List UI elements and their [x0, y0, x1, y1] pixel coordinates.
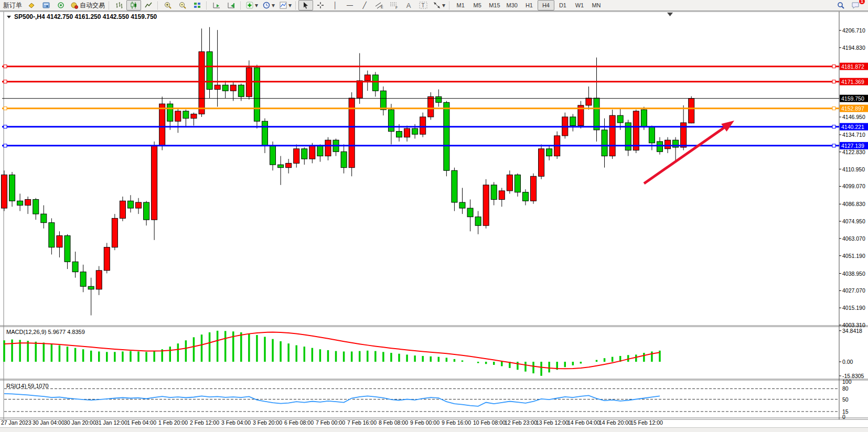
line-anchor-handle[interactable] — [832, 107, 835, 110]
timeframe-m1[interactable]: M1 — [452, 0, 469, 10]
line-anchor-handle[interactable] — [832, 125, 835, 128]
periods-clock-icon — [262, 1, 271, 9]
line-anchor-handle[interactable] — [4, 125, 7, 128]
svg-text:4140.221: 4140.221 — [841, 124, 864, 130]
candlestick — [483, 179, 489, 229]
rsi-axis-label: 100 — [842, 379, 852, 385]
bar-chart-button[interactable] — [112, 0, 126, 10]
price-tick-label: 4051.190 — [842, 253, 865, 259]
candlestick — [428, 92, 434, 120]
line-chart-button[interactable] — [141, 0, 156, 10]
price-tick-label: 4110.950 — [842, 166, 865, 172]
data-window-icon — [42, 1, 50, 9]
price-tick-label: 4122.830 — [842, 149, 865, 155]
time-axis-label: 3 Feb 04:00 — [221, 419, 251, 426]
timeframe-group: M1M5M15M30H1H4D1W1MN — [452, 0, 605, 10]
dropdown-caret-icon: ▾ — [255, 2, 258, 9]
svg-text:4127.139: 4127.139 — [841, 143, 864, 149]
comments-button[interactable]: 1 — [848, 0, 863, 10]
cursor-button[interactable] — [298, 0, 313, 10]
candlestick — [531, 174, 537, 204]
horizontal-line-button[interactable]: — — [342, 0, 357, 10]
equidistant-channel-button[interactable]: E — [372, 0, 387, 10]
autotrade-label: 自动交易 — [80, 1, 105, 10]
time-axis-label: 31 Jan 12:00 — [95, 419, 127, 426]
tile-windows-icon — [193, 1, 201, 9]
svg-text:4181.872: 4181.872 — [841, 63, 864, 70]
zoom-out-icon — [178, 1, 187, 9]
timeframe-w1[interactable]: W1 — [571, 0, 588, 10]
time-axis-label: 3 Feb 20:00 — [253, 419, 282, 426]
zoom-out-button[interactable] — [175, 0, 190, 10]
time-axis-label: 12 Feb 23:00 — [505, 419, 537, 426]
toolbar-grip — [206, 2, 208, 9]
candlestick — [689, 96, 694, 124]
timeframe-mn[interactable]: MN — [588, 0, 605, 10]
candlestick — [578, 101, 584, 128]
indicators-button[interactable]: ▾ — [243, 0, 260, 10]
line-anchor-handle[interactable] — [832, 80, 835, 83]
candle-chart-button[interactable] — [126, 0, 141, 10]
periods-button[interactable]: ▾ — [260, 0, 277, 10]
text-label-button[interactable]: T — [416, 0, 431, 10]
horizontal-line-icon: — — [347, 2, 353, 9]
navigator-button[interactable] — [53, 0, 68, 10]
toolbar-grip — [240, 2, 242, 9]
timeframe-m15[interactable]: M15 — [486, 0, 503, 10]
chart-shift-button[interactable] — [224, 0, 239, 10]
line-anchor-handle[interactable] — [832, 144, 835, 147]
price-tick-label: 4027.070 — [842, 287, 865, 294]
line-anchor-handle[interactable] — [4, 144, 7, 147]
svg-text:T: T — [422, 3, 425, 8]
autotrade-button[interactable]: 自动交易 — [68, 0, 107, 10]
auto-scroll-button[interactable] — [209, 0, 224, 10]
vertical-line-icon: │ — [333, 2, 337, 9]
arrows-shapes-icon — [433, 1, 441, 9]
vertical-line-button[interactable]: │ — [328, 0, 342, 10]
comments-bubble-icon — [851, 1, 860, 9]
trendline-button[interactable]: ╱ — [357, 0, 372, 10]
candlestick — [112, 214, 117, 250]
price-tick-label: 4074.950 — [842, 218, 865, 224]
timeframe-m5[interactable]: M5 — [469, 0, 486, 10]
price-tick-label: 4038.950 — [842, 271, 865, 277]
search-button[interactable] — [833, 0, 848, 10]
text-label-icon: T — [419, 1, 428, 9]
line-anchor-handle[interactable] — [4, 65, 7, 68]
dropdown-caret-icon: ▾ — [288, 2, 292, 9]
line-anchor-handle[interactable] — [4, 107, 7, 110]
timeframe-m30[interactable]: M30 — [503, 0, 521, 10]
trendline-icon: ╱ — [362, 2, 366, 9]
price-tick-label: 4086.830 — [842, 201, 865, 207]
crosshair-button[interactable] — [313, 0, 328, 10]
toolbar-grip — [109, 2, 110, 9]
line-anchor-handle[interactable] — [832, 65, 835, 68]
arrows-button[interactable]: ▾ — [431, 0, 447, 10]
price-tag-4171.369: 4171.369 — [840, 78, 868, 85]
timeframe-h4[interactable]: H4 — [538, 0, 554, 10]
chart-window-bg — [0, 12, 868, 427]
timeframe-h1[interactable]: H1 — [521, 0, 538, 10]
price-tag-4127.139: 4127.139 — [840, 142, 868, 149]
templates-button[interactable]: ▾ — [277, 0, 294, 10]
new-order-button[interactable]: 新订单 — [1, 0, 24, 10]
price-tick-label: 4015.190 — [842, 305, 865, 311]
fibonacci-button[interactable]: F — [387, 0, 401, 10]
data-window-button[interactable] — [39, 0, 53, 10]
indicators-add-icon — [245, 1, 254, 9]
text-button[interactable]: A — [401, 0, 416, 10]
rsi-axis-label: 50 — [842, 396, 849, 403]
zoom-in-button[interactable] — [160, 0, 175, 10]
time-axis-label: 1 Feb 20:00 — [158, 419, 188, 426]
price-tick-label: 4099.070 — [842, 183, 865, 189]
price-tick-label: 4063.070 — [842, 235, 865, 242]
bar-chart-icon — [115, 1, 123, 9]
candlestick — [609, 110, 615, 159]
price-tick-label: 4194.830 — [842, 45, 865, 51]
market-watch-button[interactable] — [24, 0, 39, 10]
line-anchor-handle[interactable] — [4, 80, 7, 83]
timeframe-d1[interactable]: D1 — [554, 0, 571, 10]
cursor-icon — [302, 1, 310, 9]
candle-chart-icon — [130, 1, 138, 9]
tile-windows-button[interactable] — [190, 0, 205, 10]
